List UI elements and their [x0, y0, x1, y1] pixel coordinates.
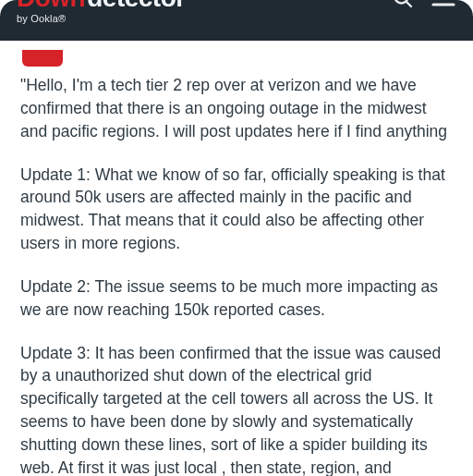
page-root: Down detector by Ookla® "Hell [0, 0, 473, 476]
svg-line-1 [406, 2, 411, 6]
site-header: Down detector by Ookla® [0, 0, 473, 41]
post-paragraph: Update 2: The issue seems to be much mor… [20, 275, 453, 322]
menu-icon[interactable] [431, 0, 456, 9]
post-paragraph: Update 1: What we know of so far, offici… [20, 164, 453, 255]
header-actions [392, 0, 456, 9]
search-icon[interactable] [392, 0, 414, 9]
avatar[interactable] [22, 50, 63, 67]
logo-word-detector: detector [87, 0, 185, 11]
post-paragraph: "Hello, I'm a tech tier 2 rep over at ve… [20, 74, 453, 143]
post-content: "Hello, I'm a tech tier 2 rep over at ve… [0, 41, 473, 476]
logo-word-down: Down [17, 0, 85, 11]
post-paragraph: Update 3: It has been confirmed that the… [20, 342, 453, 476]
brand-block[interactable]: Down detector by Ookla® [17, 0, 186, 24]
logo-byline: by Ookla® [17, 13, 186, 24]
site-logo[interactable]: Down detector [17, 0, 186, 11]
